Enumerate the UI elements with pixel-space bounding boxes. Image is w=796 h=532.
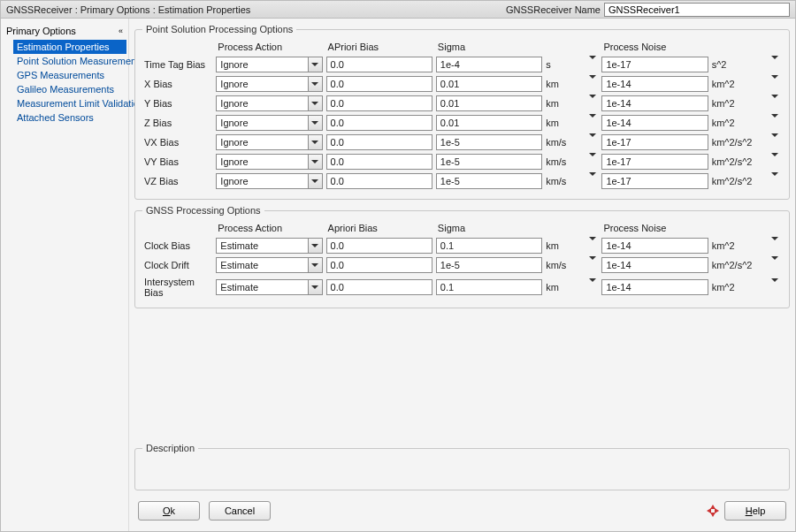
process-action-select[interactable]: Ignore [216, 154, 322, 170]
apriori-bias-input[interactable]: 0.0 [326, 76, 432, 92]
chevron-down-icon[interactable] [308, 155, 322, 169]
sigma-unit-dropdown[interactable] [586, 153, 601, 171]
process-action-select[interactable]: Estimate [216, 279, 322, 295]
ok-button[interactable]: Ok [138, 501, 200, 521]
chevron-down-icon[interactable] [308, 57, 322, 72]
chevron-down-icon[interactable] [308, 280, 322, 294]
apriori-bias-input[interactable]: 0.0 [326, 57, 432, 72]
noise-unit-dropdown[interactable] [768, 256, 782, 274]
sigma-unit-dropdown[interactable] [586, 75, 601, 93]
chevron-down-icon[interactable] [308, 96, 322, 110]
sigma-input[interactable]: 1e-4 [436, 57, 542, 72]
apriori-bias-input[interactable]: 0.0 [326, 95, 432, 111]
chevron-down-icon[interactable] [308, 258, 322, 272]
sigma-unit-dropdown[interactable] [586, 95, 601, 112]
process-action-select[interactable]: Ignore [216, 57, 322, 72]
process-action-select[interactable]: Ignore [216, 173, 322, 189]
sigma-unit-dropdown[interactable] [586, 56, 601, 73]
process-noise-input[interactable]: 1e-14 [601, 115, 708, 131]
process-noise-input[interactable]: 1e-17 [601, 57, 708, 72]
sigma-input[interactable]: 0.1 [436, 279, 542, 295]
main-panel: Point Solution Processing Options Proces… [129, 19, 795, 531]
sigma-unit: km [544, 75, 586, 93]
chevron-down-icon[interactable] [308, 77, 322, 91]
process-noise-input[interactable]: 1e-17 [601, 134, 708, 150]
row-label: Time Tag Bias [142, 56, 214, 73]
sidebar-item[interactable]: Measurement Limit Validation [13, 96, 126, 110]
process-noise-input[interactable]: 1e-14 [601, 279, 708, 295]
sidebar-item[interactable]: GPS Measurements [13, 68, 126, 82]
noise-unit-dropdown[interactable] [768, 56, 782, 73]
process-noise-input[interactable]: 1e-14 [601, 257, 708, 273]
sigma-unit-dropdown[interactable] [586, 256, 601, 274]
help-button[interactable]: Help [724, 501, 786, 521]
sigma-input[interactable]: 1e-5 [436, 257, 542, 273]
process-action-select[interactable]: Ignore [216, 76, 322, 92]
sigma-unit: km/s [544, 256, 586, 274]
apriori-bias-input[interactable]: 0.0 [326, 115, 432, 131]
noise-unit-dropdown[interactable] [768, 133, 782, 151]
collapse-icon[interactable]: « [119, 27, 123, 35]
process-noise-input[interactable]: 1e-14 [601, 95, 708, 111]
sigma-input[interactable]: 1e-5 [436, 173, 542, 189]
sigma-unit-dropdown[interactable] [586, 114, 601, 132]
sigma-unit-dropdown[interactable] [586, 276, 601, 299]
row-label: VZ Bias [142, 172, 214, 190]
process-action-select[interactable]: Ignore [216, 134, 322, 150]
sidebar-item[interactable]: Estimation Properties [13, 40, 126, 54]
table-row: Intersystem BiasEstimate0.00.1km1e-14km^… [142, 276, 782, 299]
noise-unit-dropdown[interactable] [768, 237, 782, 255]
chevron-down-icon[interactable] [308, 116, 322, 130]
cancel-button[interactable]: Cancel [209, 501, 271, 521]
apriori-bias-input[interactable]: 0.0 [326, 257, 432, 273]
noise-unit: km^2 [710, 237, 769, 255]
process-noise-input[interactable]: 1e-17 [601, 154, 708, 170]
sigma-input[interactable]: 0.01 [436, 76, 542, 92]
process-noise-input[interactable]: 1e-14 [601, 76, 708, 92]
sigma-input[interactable]: 1e-5 [436, 154, 542, 170]
process-action-select[interactable]: Ignore [216, 115, 322, 131]
noise-unit: km^2 [710, 276, 769, 299]
sigma-input[interactable]: 1e-5 [436, 134, 542, 150]
process-action-select[interactable]: Ignore [216, 95, 322, 111]
noise-unit-dropdown[interactable] [768, 95, 782, 112]
noise-unit-dropdown[interactable] [768, 75, 782, 93]
sigma-input[interactable]: 0.01 [436, 115, 542, 131]
apriori-bias-input[interactable]: 0.0 [326, 279, 432, 295]
receiver-name-input[interactable] [604, 3, 790, 17]
table-row: Y BiasIgnore0.00.01km1e-14km^2 [142, 95, 782, 112]
sidebar-group-header[interactable]: Primary Options « [4, 24, 126, 40]
table-row: VX BiasIgnore0.01e-5km/s1e-17km^2/s^2 [142, 133, 782, 151]
sigma-unit-dropdown[interactable] [586, 133, 601, 151]
dialog-footer: Ok Cancel Help [134, 496, 790, 526]
sigma-input[interactable]: 0.1 [436, 238, 542, 254]
noise-unit-dropdown[interactable] [768, 114, 782, 132]
apriori-bias-input[interactable]: 0.0 [326, 134, 432, 150]
process-action-select[interactable]: Estimate [216, 257, 322, 273]
sigma-unit-dropdown[interactable] [586, 172, 601, 190]
point-solution-group: Point Solution Processing Options Proces… [134, 24, 790, 200]
chevron-down-icon[interactable] [308, 239, 322, 253]
process-noise-input[interactable]: 1e-14 [601, 238, 708, 254]
apriori-bias-input[interactable]: 0.0 [326, 154, 432, 170]
sigma-unit: s [544, 56, 586, 73]
sidebar-item[interactable]: Point Solution Measurements [13, 54, 126, 68]
col-apriori-bias: APriori Bias [325, 42, 434, 54]
chevron-down-icon[interactable] [308, 174, 322, 188]
title-bar: GNSSReceiver : Primary Options : Estimat… [1, 1, 795, 19]
noise-unit-dropdown[interactable] [768, 172, 782, 190]
apriori-bias-input[interactable]: 0.0 [326, 238, 432, 254]
noise-unit: km^2 [710, 114, 769, 132]
chevron-down-icon[interactable] [308, 135, 322, 149]
receiver-name-label: GNSSReceiver Name [506, 4, 601, 15]
sidebar-item[interactable]: Galileo Measurements [13, 82, 126, 96]
noise-unit-dropdown[interactable] [768, 276, 782, 299]
sidebar-item[interactable]: Attached Sensors [13, 110, 126, 125]
process-action-select[interactable]: Estimate [216, 238, 322, 254]
sigma-unit-dropdown[interactable] [586, 237, 601, 255]
noise-unit-dropdown[interactable] [768, 153, 782, 171]
sigma-input[interactable]: 0.01 [436, 95, 542, 111]
apriori-bias-input[interactable]: 0.0 [326, 173, 432, 189]
gnss-processing-group: GNSS Processing Options Process ActionAp… [134, 205, 790, 308]
process-noise-input[interactable]: 1e-17 [601, 173, 708, 189]
